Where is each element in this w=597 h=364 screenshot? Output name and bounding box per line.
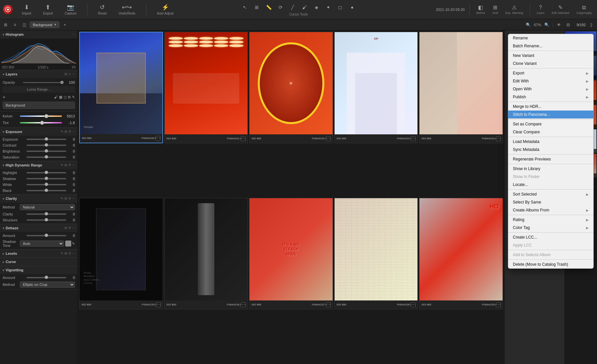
cursor-tool-heal[interactable]: ✦ (324, 3, 333, 12)
photo-cell-9[interactable]: ISO 800FN6A4238.CR2 (334, 198, 418, 309)
layer-shape-icon[interactable]: ◻ (64, 95, 67, 99)
clarity-reset-icon[interactable]: ↺ (68, 197, 71, 201)
ctx-item-create-albums[interactable]: Create Albums From▶ (508, 206, 593, 214)
learn-button[interactable]: ? Learn (535, 4, 546, 15)
cursor-tool-measure[interactable]: 📏 (264, 3, 273, 12)
shadow-tone-select[interactable]: Auto (20, 241, 64, 247)
photo-cell-4[interactable]: OP ISO 800FN6A4233.CR2 (334, 32, 418, 143)
levels-reset-icon[interactable]: ↺ (68, 251, 71, 255)
layer-settings-icon[interactable]: ✎ (72, 95, 75, 99)
method-select[interactable]: Natural (20, 204, 75, 210)
cursor-tool-select[interactable]: ↖ (240, 3, 249, 12)
layer-copy-icon[interactable]: ⧉ (68, 95, 71, 99)
background-layer[interactable]: Background (3, 102, 75, 109)
add-album-button[interactable]: + (61, 21, 69, 28)
dehaze-reset-icon[interactable]: ↺ (68, 226, 71, 230)
vignetting-method-select[interactable]: Elliptic on Crop (20, 282, 75, 288)
ctx-item-sync-metadata[interactable]: Sync Metadata (508, 146, 593, 154)
ctx-item-open-with[interactable]: Open With▶ (508, 85, 593, 93)
ctx-item-regen-previews[interactable]: Regenerate Previews (508, 155, 593, 163)
layer-gradient-icon[interactable]: ▦ (59, 95, 62, 99)
dehaze-more-icon[interactable]: ··· (72, 226, 75, 230)
contrast-slider[interactable] (27, 145, 66, 146)
photo-cell-2[interactable]: ISO 800FN6A4231.CR2 (164, 32, 248, 143)
exposure-slider[interactable] (27, 139, 66, 140)
ctx-item-show-library[interactable]: Show in Library (508, 165, 593, 173)
add-layer-button[interactable]: + (3, 94, 5, 100)
ctx-item-locate[interactable]: Locate... (508, 181, 593, 189)
ctx-item-load-metadata[interactable]: Load Metadata (508, 138, 593, 146)
tint-slider[interactable] (20, 122, 62, 123)
panel-toggle-button[interactable]: ⊟ (565, 21, 572, 28)
ctx-item-new-variant[interactable]: New Variant (508, 52, 593, 60)
photo-check-5[interactable] (496, 136, 501, 141)
zoom-search-button[interactable]: 🔍 (543, 21, 551, 28)
brightness-slider[interactable] (27, 151, 66, 152)
photo-check-7[interactable] (241, 302, 245, 307)
ctx-item-batch-rename[interactable]: Batch Rename... (508, 42, 593, 50)
layers-header[interactable]: ▾ Layers ⧉ ⊹ ··· (0, 70, 78, 78)
histogram-more-icon[interactable]: ··· (72, 33, 75, 36)
view-toggle-button[interactable]: 👁 (555, 21, 563, 28)
layers-more-icon[interactable]: ··· (72, 72, 75, 76)
compare-view-button[interactable]: ◫ (21, 21, 28, 28)
edit-selected-button[interactable]: ✎ Edit Selected (550, 4, 571, 15)
exposure-header[interactable]: ▾ Exposure ✎ ⧉ ↺ ··· (0, 128, 78, 136)
photo-check-8[interactable] (326, 302, 331, 307)
cursor-tool-line[interactable]: ╱ (288, 3, 297, 12)
ctx-item-edit-with[interactable]: Edit With▶ (508, 77, 593, 85)
levels-header[interactable]: ▸ Levels ✎ ⧉ ↺ ··· (0, 250, 78, 257)
photo-cell-6[interactable]: RockyMountainJazz Collecti...1.24.21 ISO… (79, 198, 163, 309)
shadow-tone-edit-icon[interactable]: ✎ (72, 242, 75, 246)
histogram-header[interactable]: ▾ Histogram ··· (0, 30, 78, 38)
ctx-item-publish[interactable]: Publish▶ (508, 93, 593, 101)
structure-slider[interactable] (27, 219, 66, 221)
photo-cell-3[interactable]: ◎ ISO 800FN6A4232.CR2 (249, 32, 333, 143)
shadow-tone-color-swatch[interactable] (65, 241, 71, 247)
capture-button[interactable]: 📷 Capture (62, 2, 79, 17)
ctx-item-rating[interactable]: Rating▶ (508, 216, 593, 224)
cursor-tool-crop[interactable]: ⊞ (252, 3, 261, 12)
luma-range[interactable]: Luma Range... (3, 86, 75, 93)
levels-edit-icon[interactable]: ✎ (61, 251, 63, 255)
layers-copy-icon[interactable]: ⧉ (65, 72, 67, 76)
levels-more-icon[interactable]: ··· (72, 251, 75, 255)
vignetting-amount-slider[interactable] (27, 277, 66, 278)
album-selector[interactable]: Background ▾ (30, 22, 59, 28)
exposure-more-icon[interactable]: ··· (72, 130, 75, 134)
photo-check-1[interactable] (156, 136, 160, 141)
ctx-item-merge-hdr[interactable]: Merge to HDR... (508, 103, 593, 111)
grid-button[interactable]: ⊞ Grid (490, 4, 500, 15)
dehaze-header[interactable]: ▾ Dehaze ⧉ ↺ ··· (0, 224, 78, 232)
hdr-edit-icon[interactable]: ✎ (61, 163, 63, 167)
photo-check-2[interactable] (241, 136, 245, 141)
kelvin-thumb[interactable] (44, 114, 48, 118)
photo-cell-1[interactable]: theater ISO 800FN6A4230.CR2 (79, 32, 163, 143)
import-button[interactable]: ⬇ Import (19, 2, 34, 17)
white-slider[interactable] (27, 184, 66, 185)
copy-apply-button[interactable]: ⧉ Copy/Apply (574, 4, 594, 15)
cursor-tool-erase[interactable]: ◻ (336, 3, 345, 12)
hdr-header[interactable]: ▾ High Dynamic Range ✎ ⧉ ↺ ··· (0, 161, 78, 169)
before-button[interactable]: ◧ Before (474, 4, 487, 15)
highlight-slider[interactable] (27, 172, 66, 173)
exposure-edit-icon[interactable]: ✎ (61, 130, 63, 134)
export-button[interactable]: ⬆ Export (40, 2, 55, 17)
photo-check-10[interactable] (496, 302, 501, 307)
clarity-copy-icon[interactable]: ⧉ (65, 197, 67, 201)
photo-check-6[interactable] (156, 302, 161, 307)
ctx-item-stitch-panorama[interactable]: Stitch to Panorama... (508, 111, 593, 118)
ctx-item-delete[interactable]: Delete (Move to Catalog Trash) (508, 260, 593, 268)
cursor-tool-rotate[interactable]: ⟳ (276, 3, 285, 12)
photo-check-9[interactable] (411, 302, 415, 307)
black-slider[interactable] (27, 190, 66, 191)
ctx-item-export[interactable]: Export▶ (508, 69, 593, 77)
ctx-item-clear-compare[interactable]: Clear Compare (508, 128, 593, 136)
exposure-reset-icon[interactable]: ↺ (68, 130, 71, 134)
cursor-tool-spot[interactable]: ● (348, 3, 357, 12)
undo-redo-button[interactable]: ↩↪ Undo/Redo (116, 2, 138, 17)
amount-slider[interactable] (27, 235, 66, 236)
opacity-thumb[interactable] (60, 81, 64, 84)
auto-adjust-button[interactable]: ⚡ Auto Adjust (154, 2, 177, 17)
grid-view-button[interactable]: ⊞ (2, 21, 9, 28)
